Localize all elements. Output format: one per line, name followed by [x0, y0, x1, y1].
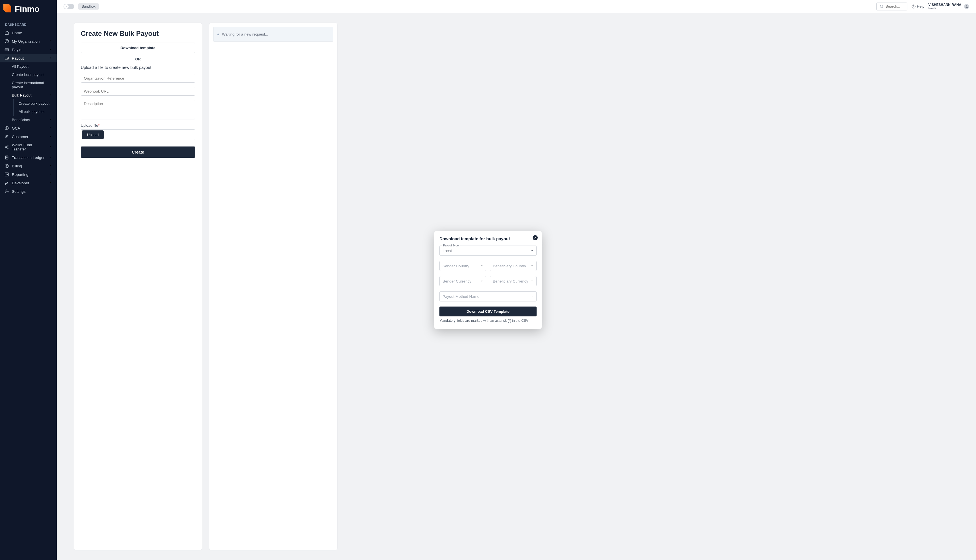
help-label: Help	[917, 4, 924, 8]
status-text: Waiting for a new request...	[222, 32, 268, 37]
sender-country-placeholder: Sender Country	[442, 264, 469, 268]
sender-country-select[interactable]: Sender Country	[439, 261, 486, 271]
beneficiary-country-placeholder: Beneficiary Country	[493, 264, 526, 268]
sidebar-item-label: Settings	[12, 189, 26, 193]
create-button[interactable]: Create	[81, 147, 195, 158]
sidebar-item-developer[interactable]: Developer	[0, 179, 57, 187]
home-icon	[5, 30, 9, 35]
modal-title: Download template for bulk payout	[439, 236, 537, 241]
gear-icon	[5, 189, 9, 193]
sidebar-item-settings[interactable]: Settings	[0, 187, 57, 196]
sidebar-subitem-create-intl[interactable]: Create international payout	[0, 79, 57, 91]
sidebar-item-wallet-transfer[interactable]: Wallet Fund Transfer	[0, 141, 57, 153]
sidebar-item-label: My Organization	[12, 39, 40, 43]
payout-type-select[interactable]: Payout Type Local	[439, 245, 537, 256]
close-icon: ✕	[534, 236, 537, 240]
topbar: Sandbox Help VISHESHANK RANA Pixels	[57, 0, 976, 13]
sidebar-item-label: Transaction Ledger	[12, 155, 45, 160]
svg-rect-2	[5, 48, 8, 51]
svg-point-10	[8, 146, 8, 147]
sidebar-item-gca[interactable]: GCA	[0, 124, 57, 132]
sidebar-item-home[interactable]: Home	[0, 28, 57, 37]
caret-down-icon	[480, 263, 483, 268]
svg-line-13	[6, 147, 7, 148]
upload-label: Upload file*	[81, 123, 195, 128]
sidebar-subitem-label: Bulk Payout	[12, 93, 31, 97]
user-org: Pixels	[928, 7, 961, 10]
beneficiary-currency-select[interactable]: Beneficiary Currency	[490, 276, 537, 286]
sidebar-item-label: Developer	[12, 181, 29, 185]
help-link[interactable]: Help	[911, 4, 924, 9]
description-input[interactable]	[84, 102, 192, 116]
sidebar-item-billing[interactable]: Billing	[0, 162, 57, 170]
sidebar-subitem-create-bulk[interactable]: Create bulk payout	[13, 99, 57, 108]
sidebar-item-reporting[interactable]: Reporting	[0, 170, 57, 179]
chevron-up-icon	[49, 93, 52, 97]
sidebar-item-label: Billing	[12, 164, 22, 168]
share-icon	[5, 145, 9, 149]
sidebar-item-payout[interactable]: Payout	[0, 54, 57, 62]
search-box[interactable]	[876, 3, 908, 10]
chevron-down-icon	[49, 145, 52, 149]
org-reference-input[interactable]	[84, 76, 192, 80]
sidebar-subitem-all-bulk[interactable]: All bulk payouts	[13, 108, 57, 116]
sidebar-subitem-create-local[interactable]: Create local payout	[0, 70, 57, 79]
payout-type-label: Payout Type	[442, 244, 460, 247]
brand-logo[interactable]: Finmo	[0, 0, 57, 18]
wallet-icon	[5, 56, 9, 60]
user-name: VISHESHANK RANA	[928, 3, 961, 7]
globe-icon	[5, 126, 9, 130]
download-csv-button[interactable]: Download CSV Template	[439, 307, 537, 317]
svg-line-24	[882, 7, 883, 8]
mode-toggle[interactable]	[63, 4, 74, 9]
sidebar-subitem-all-payout[interactable]: All Payout	[0, 62, 57, 70]
webhook-field[interactable]	[81, 87, 195, 96]
mode-chip: Sandbox	[78, 3, 99, 10]
close-button[interactable]: ✕	[532, 235, 538, 240]
sidebar-item-customer[interactable]: Customer	[0, 132, 57, 141]
org-reference-field[interactable]	[81, 74, 195, 83]
svg-point-22	[6, 191, 7, 192]
webhook-input[interactable]	[84, 89, 192, 93]
svg-point-11	[8, 148, 8, 149]
divider-label: OR	[132, 57, 144, 61]
sidebar-item-label: Payin	[12, 48, 22, 52]
search-icon	[879, 4, 884, 9]
beneficiary-country-select[interactable]: Beneficiary Country	[490, 261, 537, 271]
payout-method-placeholder: Payout Method Name	[442, 294, 479, 298]
chevron-up-icon	[49, 56, 52, 60]
beneficiary-currency-placeholder: Beneficiary Currency	[493, 279, 528, 283]
svg-point-5	[7, 58, 8, 58]
chart-icon	[5, 172, 9, 177]
download-template-button[interactable]: Download template	[81, 43, 195, 53]
sidebar-item-label: Customer	[12, 135, 28, 139]
payout-method-select[interactable]: Payout Method Name	[439, 291, 537, 302]
logo-mark-icon	[3, 4, 11, 14]
status-card: Waiting for a new request...	[209, 23, 337, 550]
search-input[interactable]	[886, 4, 904, 8]
payout-type-value: Local	[442, 249, 452, 253]
upload-button[interactable]: Upload	[82, 130, 103, 139]
sender-currency-select[interactable]: Sender Currency	[439, 276, 486, 286]
document-icon	[5, 155, 9, 160]
sidebar-item-label: Wallet Fund Transfer	[12, 143, 46, 151]
sidebar-subitem-beneficiary[interactable]: Beneficiary	[0, 116, 57, 124]
description-field[interactable]	[81, 100, 195, 119]
sidebar-subitem-bulk-payout[interactable]: Bulk Payout	[0, 91, 57, 99]
form-subtitle: Upload a file to create new bulk payout	[81, 65, 195, 70]
sidebar-item-organization[interactable]: My Organization	[0, 37, 57, 45]
sidebar-item-payin[interactable]: Payin	[0, 45, 57, 54]
user-menu[interactable]: VISHESHANK RANA Pixels	[928, 3, 969, 10]
chevron-down-icon	[49, 172, 52, 177]
chevron-down-icon	[49, 126, 52, 130]
svg-point-7	[6, 135, 7, 137]
sidebar-item-label: Payout	[12, 56, 24, 60]
caret-down-icon	[531, 263, 534, 268]
svg-point-9	[5, 147, 6, 148]
chevron-down-icon	[49, 164, 52, 168]
sidebar-subitem-label: Beneficiary	[12, 118, 30, 122]
sidebar-item-transaction-ledger[interactable]: Transaction Ledger	[0, 153, 57, 162]
sidebar-item-label: Home	[12, 31, 22, 35]
svg-line-12	[6, 146, 7, 147]
brand-name: Finmo	[15, 4, 40, 14]
